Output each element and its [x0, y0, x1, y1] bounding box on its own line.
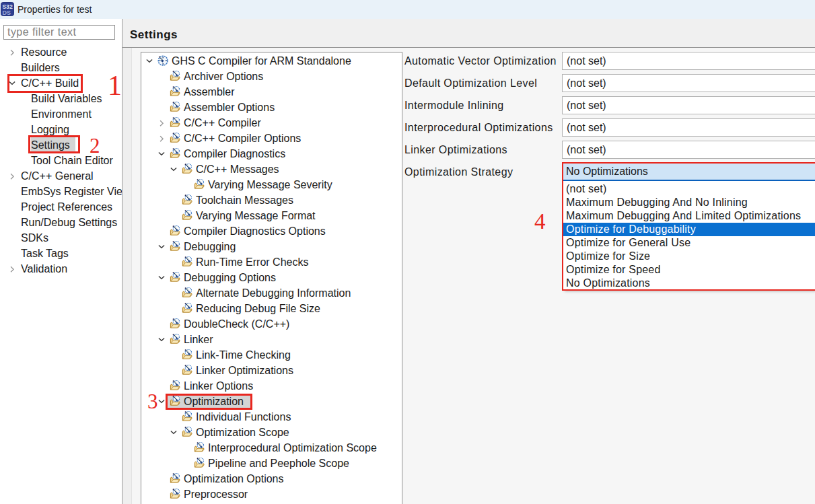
svg-text:DS: DS [2, 9, 11, 16]
